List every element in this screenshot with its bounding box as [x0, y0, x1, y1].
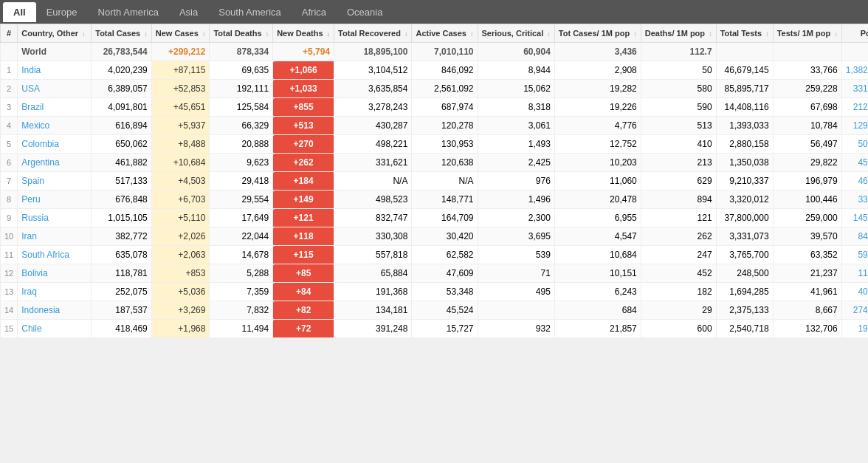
table-row: 15 Chile 418,469 +1,968 11,494 +72 391,2… [1, 320, 869, 338]
row-total-deaths: 14,678 [210, 246, 273, 264]
row-country[interactable]: Spain [18, 172, 92, 191]
row-serious: 2,300 [478, 209, 554, 227]
row-tot-cases-per-m: 21,857 [554, 320, 641, 338]
row-country[interactable]: Colombia [18, 135, 92, 154]
row-total-deaths: 69,635 [210, 61, 273, 80]
row-total-tests: 37,800,000 [716, 209, 773, 227]
sort-arrow-deaths-per-m: ↕ [709, 30, 712, 38]
col-tot-cases-per-m[interactable]: Tot Cases/ 1M pop ↕ [554, 24, 641, 43]
tab-asia[interactable]: Asia [169, 2, 208, 22]
row-new-deaths: +115 [273, 246, 334, 264]
row-country[interactable]: USA [18, 80, 92, 98]
world-tot-cases-per-m: 3,436 [554, 43, 641, 61]
row-total-tests: 2,375,133 [716, 301, 773, 320]
row-country[interactable]: Bolivia [18, 264, 92, 283]
row-total-cases: 4,091,801 [92, 98, 152, 117]
table-row: 6 Argentina 461,882 +10,684 9,623 +262 3… [1, 154, 869, 172]
tab-all[interactable]: All [3, 2, 36, 22]
row-deaths-per-m: 50 [641, 61, 716, 80]
row-country[interactable]: Peru [18, 191, 92, 209]
row-num: 14 [1, 301, 18, 320]
sort-arrow-new-deaths: ↓ [327, 30, 331, 38]
col-total-deaths[interactable]: Total Deaths ↕ [210, 24, 273, 43]
row-tests-per-m: 21,237 [773, 264, 841, 283]
row-country[interactable]: Iran [18, 227, 92, 246]
row-tests-per-m: 33,766 [773, 61, 841, 80]
row-serious: 976 [478, 172, 554, 191]
row-new-cases: +853 [151, 264, 210, 283]
col-new-cases[interactable]: New Cases ↕ [151, 24, 210, 43]
tab-africa[interactable]: Africa [292, 2, 337, 22]
col-total-cases[interactable]: Total Cases ↕ [92, 24, 152, 43]
world-total-tests [716, 43, 773, 61]
row-tests-per-m: 259,228 [773, 80, 841, 98]
row-tot-cases-per-m: 10,151 [554, 264, 641, 283]
row-country[interactable]: Iraq [18, 283, 92, 301]
row-tot-cases-per-m: 10,684 [554, 246, 641, 264]
row-active-cases: 120,638 [412, 154, 478, 172]
tab-oceania[interactable]: Oceania [337, 2, 393, 22]
row-country[interactable]: Argentina [18, 154, 92, 172]
row-new-cases: +5,110 [151, 209, 210, 227]
row-country[interactable]: South Africa [18, 246, 92, 264]
world-new-deaths: +5,794 [273, 43, 334, 61]
row-total-tests: 2,540,718 [716, 320, 773, 338]
row-tot-cases-per-m: 4,547 [554, 227, 641, 246]
row-new-deaths: +184 [273, 172, 334, 191]
col-population[interactable]: Population [841, 24, 868, 43]
row-total-recovered: 498,221 [334, 135, 412, 154]
col-new-deaths[interactable]: New Deaths ↓ [273, 24, 334, 43]
row-total-deaths: 7,832 [210, 301, 273, 320]
table-row: 5 Colombia 650,062 +8,488 20,888 +270 49… [1, 135, 869, 154]
row-total-deaths: 5,288 [210, 264, 273, 283]
tab-north-america[interactable]: North America [88, 2, 169, 22]
world-row: World 26,783,544 +299,212 878,334 +5,794… [1, 43, 869, 61]
col-tests-per-m[interactable]: Tests/ 1M pop ↕ [773, 24, 841, 43]
row-population: 59,440,811 [841, 246, 868, 264]
tab-south-america[interactable]: South America [208, 2, 292, 22]
row-active-cases: 120,278 [412, 117, 478, 135]
row-country[interactable]: India [18, 61, 92, 80]
row-new-cases: +5,036 [151, 283, 210, 301]
row-total-cases: 616,894 [92, 117, 152, 135]
col-serious[interactable]: Serious, Critical ↕ [478, 24, 554, 43]
row-serious: 495 [478, 283, 554, 301]
world-tests-per-m [773, 43, 841, 61]
row-tests-per-m: 259,000 [773, 209, 841, 227]
row-tot-cases-per-m: 4,776 [554, 117, 641, 135]
row-serious: 2,425 [478, 154, 554, 172]
row-country[interactable]: Russia [18, 209, 92, 227]
row-active-cases: 62,582 [412, 246, 478, 264]
row-deaths-per-m: 213 [641, 154, 716, 172]
row-num: 10 [1, 227, 18, 246]
row-total-tests: 1,694,285 [716, 283, 773, 301]
col-total-recovered[interactable]: Total Recovered ↕ [334, 24, 412, 43]
world-serious: 60,904 [478, 43, 554, 61]
row-total-recovered: 65,884 [334, 264, 412, 283]
table-row: 10 Iran 382,772 +2,026 22,044 +118 330,3… [1, 227, 869, 246]
row-country[interactable]: Brazil [18, 98, 92, 117]
col-num[interactable]: # [1, 24, 18, 43]
row-total-deaths: 17,649 [210, 209, 273, 227]
row-country[interactable]: Chile [18, 320, 92, 338]
row-total-recovered: 3,635,854 [334, 80, 412, 98]
data-table-wrapper: # Country, Other ↕ Total Cases ↕ New Cas… [0, 24, 868, 338]
row-active-cases: 687,974 [412, 98, 478, 117]
table-row: 13 Iraq 252,075 +5,036 7,359 +84 191,368… [1, 283, 869, 301]
col-country[interactable]: Country, Other ↕ [18, 24, 92, 43]
row-total-tests: 9,210,337 [716, 172, 773, 191]
row-total-cases: 650,062 [92, 135, 152, 154]
sort-arrow-total-recovered: ↕ [404, 30, 408, 38]
row-country[interactable]: Indonesia [18, 301, 92, 320]
row-deaths-per-m: 513 [641, 117, 716, 135]
row-tot-cases-per-m: 684 [554, 301, 641, 320]
row-country[interactable]: Mexico [18, 117, 92, 135]
row-population: 46,758,078 [841, 172, 868, 191]
col-active-cases[interactable]: Active Cases ↕ [412, 24, 478, 43]
row-tests-per-m: 39,570 [773, 227, 841, 246]
col-deaths-per-m[interactable]: Deaths/ 1M pop ↕ [641, 24, 716, 43]
col-total-tests[interactable]: Total Tests ↕ [716, 24, 773, 43]
tab-europe[interactable]: Europe [36, 2, 88, 22]
row-active-cases: 846,092 [412, 61, 478, 80]
sort-arrow-tot-cases-per-m: ↕ [633, 30, 637, 38]
